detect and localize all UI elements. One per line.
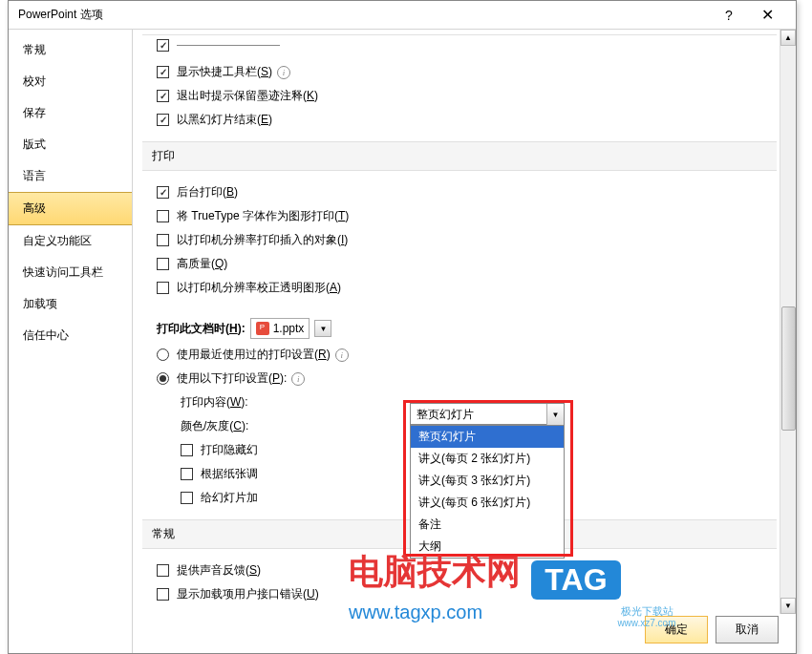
- checkbox-icon[interactable]: [157, 564, 169, 577]
- checkbox-icon[interactable]: [157, 114, 169, 126]
- sidebar-item-layout[interactable]: 版式: [9, 129, 132, 160]
- close-button[interactable]: ✕: [748, 1, 786, 30]
- titlebar: PowerPoint 选项 ? ✕: [9, 1, 796, 30]
- option-bg-print[interactable]: 后台打印(B): [142, 180, 777, 204]
- sidebar-item-general[interactable]: 常规: [9, 34, 132, 66]
- radio-recent-settings[interactable]: 使用最近使用过的打印设置(R): [142, 343, 777, 367]
- scroll-up-icon[interactable]: ▲: [780, 30, 796, 46]
- scroll-thumb[interactable]: [781, 306, 796, 431]
- sidebar-item-advanced[interactable]: 高级: [9, 192, 132, 225]
- info-icon[interactable]: [291, 372, 305, 386]
- dropdown-item[interactable]: 讲义(每页 2 张幻灯片): [411, 448, 564, 470]
- radio-icon[interactable]: [157, 372, 169, 385]
- option-end-black[interactable]: 以黑幻灯片结束(E): [142, 108, 777, 132]
- checkbox-icon[interactable]: [157, 258, 169, 270]
- sidebar: 常规 校对 保存 版式 语言 高级 自定义功能区 快速访问工具栏 加载项 信任中…: [9, 30, 133, 653]
- watermark-tag: TAG: [531, 560, 620, 600]
- watermark-small: 极光下载站: [621, 604, 673, 619]
- checkbox-icon[interactable]: [157, 282, 169, 294]
- sidebar-item-save[interactable]: 保存: [9, 97, 132, 129]
- combo-value[interactable]: 整页幻灯片 ▼: [410, 403, 565, 425]
- checkbox-icon[interactable]: [157, 588, 169, 601]
- dropdown-item[interactable]: 整页幻灯片: [411, 426, 564, 448]
- option-high-quality[interactable]: 高质量(Q): [142, 252, 777, 276]
- chevron-down-icon[interactable]: ▼: [546, 404, 564, 425]
- option-show-toolbar[interactable]: 显示快捷工具栏(S): [142, 60, 777, 84]
- sidebar-item-proofing[interactable]: 校对: [9, 66, 132, 97]
- sidebar-item-addins[interactable]: 加载项: [9, 288, 132, 320]
- checkbox-icon[interactable]: [181, 444, 193, 456]
- cancel-button[interactable]: 取消: [716, 616, 779, 643]
- print-doc-row: 打印此文档时(H): 1.pptx ▼: [142, 314, 777, 343]
- print-content-dropdown-list[interactable]: 整页幻灯片 ▼ 整页幻灯片 讲义(每页 2 张幻灯片) 讲义(每页 3 张幻灯片…: [410, 425, 565, 559]
- watermark-text: 电脑技术网: [349, 552, 521, 591]
- watermark: 电脑技术网 TAG www.tagxp.com 极光下载站 www.xz7.co…: [349, 549, 621, 623]
- checkbox-icon[interactable]: [157, 66, 169, 78]
- info-icon[interactable]: [335, 348, 349, 362]
- checkbox-icon[interactable]: [157, 186, 169, 199]
- watermark-url: www.tagxp.com: [349, 601, 621, 623]
- vertical-scrollbar[interactable]: ▲ ▼: [780, 30, 796, 614]
- checkbox-icon[interactable]: [181, 492, 193, 504]
- dropdown-item[interactable]: 讲义(每页 3 张幻灯片): [411, 470, 564, 492]
- doc-dropdown[interactable]: 1.pptx: [250, 318, 310, 339]
- radio-icon[interactable]: [157, 348, 169, 361]
- option-keep-ink[interactable]: 退出时提示保留墨迹注释(K): [142, 84, 777, 108]
- sidebar-item-customize-ribbon[interactable]: 自定义功能区: [9, 225, 132, 257]
- dropdown-item[interactable]: 备注: [411, 514, 564, 536]
- section-print: 打印: [142, 141, 777, 171]
- option-truetype[interactable]: 将 TrueType 字体作为图形打印(T): [142, 204, 777, 228]
- dropdown-item[interactable]: 讲义(每页 6 张幻灯片): [411, 492, 564, 514]
- sidebar-item-trust-center[interactable]: 信任中心: [9, 320, 132, 351]
- checkbox-icon[interactable]: [157, 234, 169, 246]
- info-icon[interactable]: [277, 66, 290, 79]
- pptx-file-icon: [256, 322, 269, 335]
- radio-following-settings[interactable]: 使用以下打印设置(P):: [142, 367, 777, 390]
- checkbox-icon[interactable]: [157, 39, 169, 52]
- scroll-down-icon[interactable]: ▼: [780, 598, 796, 614]
- chevron-down-icon[interactable]: ▼: [314, 320, 331, 337]
- watermark-small-url: www.xz7.com: [617, 618, 675, 628]
- option-correct-trans[interactable]: 以打印机分辨率校正透明图形(A): [142, 276, 777, 300]
- option-printer-res[interactable]: 以打印机分辨率打印插入的对象(I): [142, 228, 777, 252]
- checkbox-icon[interactable]: [181, 468, 193, 480]
- checkbox-icon[interactable]: [157, 90, 169, 102]
- truncated-option: —————————: [142, 34, 777, 55]
- checkbox-icon[interactable]: [157, 210, 169, 222]
- dialog-title: PowerPoint 选项: [18, 7, 710, 23]
- sidebar-item-language[interactable]: 语言: [9, 160, 132, 192]
- help-button[interactable]: ?: [710, 1, 748, 30]
- sidebar-item-qat[interactable]: 快速访问工具栏: [9, 257, 132, 288]
